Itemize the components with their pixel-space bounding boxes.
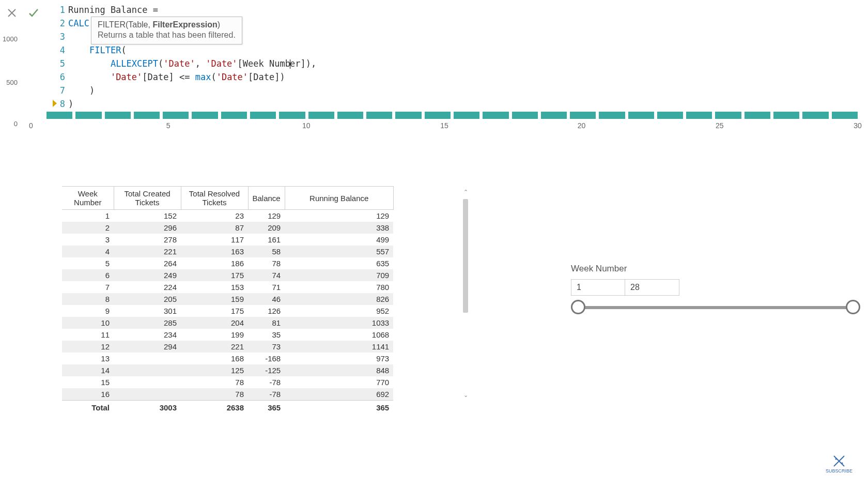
- table-cell: 709: [285, 269, 393, 281]
- table-cell: 848: [285, 364, 393, 376]
- table-row[interactable]: 12294221731141: [62, 341, 393, 353]
- table-cell: [114, 364, 181, 376]
- table-cell: 209: [248, 222, 285, 234]
- table-row[interactable]: 422116358557: [62, 246, 393, 257]
- code-text: FILTER(: [68, 43, 127, 57]
- commit-formula-button[interactable]: [27, 6, 40, 20]
- table-row[interactable]: 1578-78770: [62, 376, 393, 388]
- code-text: CALC: [68, 17, 89, 30]
- scroll-up-icon[interactable]: ⌃: [462, 189, 469, 195]
- table-cell: 1068: [285, 329, 393, 341]
- table-cell: 14: [62, 364, 114, 376]
- table-row[interactable]: 1678-78692: [62, 388, 393, 401]
- table-cell: -78: [248, 376, 285, 388]
- code-text: ALLEXCEPT('Date', 'Date'[Week Number]),: [68, 57, 316, 70]
- table-cell: 338: [285, 222, 393, 234]
- table-row[interactable]: 722415371780: [62, 281, 393, 293]
- table-cell: 221: [114, 246, 181, 257]
- column-header[interactable]: Total Created Tickets: [114, 187, 181, 210]
- table-cell: 4: [62, 246, 114, 257]
- slicer-max-input[interactable]: [625, 279, 679, 296]
- x-tick-label: 20: [578, 121, 586, 130]
- table-cell: 296: [114, 222, 181, 234]
- table-cell: 278: [114, 234, 181, 246]
- table-cell: 117: [181, 234, 248, 246]
- slider-handle-max[interactable]: [846, 300, 860, 314]
- svg-point-0: [835, 459, 836, 460]
- table-cell: 780: [285, 281, 393, 293]
- table-row[interactable]: 624917574709: [62, 269, 393, 281]
- cancel-formula-button[interactable]: [5, 6, 19, 20]
- table-row[interactable]: 9301175126952: [62, 305, 393, 317]
- table-cell: 152: [114, 210, 181, 222]
- table-cell: 7: [62, 281, 114, 293]
- table-row[interactable]: 820515946826: [62, 293, 393, 305]
- x-tick-label: 25: [716, 121, 724, 130]
- slider-track[interactable]: [578, 306, 853, 309]
- table-row[interactable]: 115223129129: [62, 210, 393, 222]
- table-cell: 15: [62, 376, 114, 388]
- line-number: 5: [56, 57, 68, 70]
- table-cell: 557: [285, 246, 393, 257]
- table-cell: 175: [181, 305, 248, 317]
- intellisense-tooltip: FILTER(Table, FilterExpression) Returns …: [91, 17, 242, 44]
- table-cell: 301: [114, 305, 181, 317]
- slider-handle-min[interactable]: [571, 300, 585, 314]
- table-cell: 81: [248, 317, 285, 329]
- table-cell: 1033: [285, 317, 393, 329]
- table-cell: 9: [62, 305, 114, 317]
- table-cell: [114, 388, 181, 401]
- table-cell: 224: [114, 281, 181, 293]
- table-cell: 78: [248, 257, 285, 269]
- table-cell: 234: [114, 329, 181, 341]
- table-cell: 126: [248, 305, 285, 317]
- table-row[interactable]: 13168-168973: [62, 353, 393, 364]
- slicer-min-input[interactable]: [571, 279, 625, 296]
- table-cell: 35: [248, 329, 285, 341]
- table-cell: 125: [181, 364, 248, 376]
- table-cell: 199: [181, 329, 248, 341]
- week-number-slicer[interactable]: Week Number: [571, 264, 860, 309]
- table-cell: 264: [114, 257, 181, 269]
- column-header[interactable]: Total Resolved Tickets: [181, 187, 248, 210]
- table-cell: 3: [62, 234, 114, 246]
- table-cell: 129: [285, 210, 393, 222]
- scroll-down-icon[interactable]: ⌄: [462, 392, 469, 398]
- table-cell: 74: [248, 269, 285, 281]
- table-visual[interactable]: Week NumberTotal Created TicketsTotal Re…: [62, 186, 470, 415]
- total-cell: 2638: [181, 401, 248, 415]
- table-cell: 294: [114, 341, 181, 353]
- x-tick-label: 0: [29, 121, 33, 130]
- table-cell: 8: [62, 293, 114, 305]
- column-header[interactable]: Balance: [248, 187, 285, 210]
- table-row[interactable]: 11234199351068: [62, 329, 393, 341]
- channel-logo: SUBSCRIBE: [826, 455, 853, 473]
- table-cell: -125: [248, 364, 285, 376]
- column-header[interactable]: Week Number: [62, 187, 114, 210]
- table-cell: 175: [181, 269, 248, 281]
- table-row[interactable]: 526418678635: [62, 257, 393, 269]
- table-row[interactable]: 10285204811033: [62, 317, 393, 329]
- line-number: 8: [56, 97, 68, 111]
- table-cell: 78: [181, 388, 248, 401]
- table-row[interactable]: 3278117161499: [62, 234, 393, 246]
- table-row[interactable]: 229687209338: [62, 222, 393, 234]
- y-tick-label: 0: [14, 120, 18, 128]
- slicer-title: Week Number: [571, 264, 860, 274]
- column-header[interactable]: Running Balance: [285, 187, 393, 210]
- table-cell: 499: [285, 234, 393, 246]
- x-tick-label: 5: [166, 121, 171, 130]
- table-cell: 13: [62, 353, 114, 364]
- table-cell: 12: [62, 341, 114, 353]
- table-scrollbar[interactable]: ⌃ ⌄: [462, 189, 469, 398]
- table-cell: 58: [248, 246, 285, 257]
- line-number: 1: [56, 3, 68, 17]
- table-cell: 46: [248, 293, 285, 305]
- table-cell: 5: [62, 257, 114, 269]
- table-cell: 770: [285, 376, 393, 388]
- scrollbar-thumb[interactable]: [463, 199, 468, 313]
- function-signature: FILTER(Table, FilterExpression): [98, 20, 236, 29]
- table-cell: 205: [114, 293, 181, 305]
- table-row[interactable]: 14125-125848: [62, 364, 393, 376]
- total-cell: 365: [285, 401, 393, 415]
